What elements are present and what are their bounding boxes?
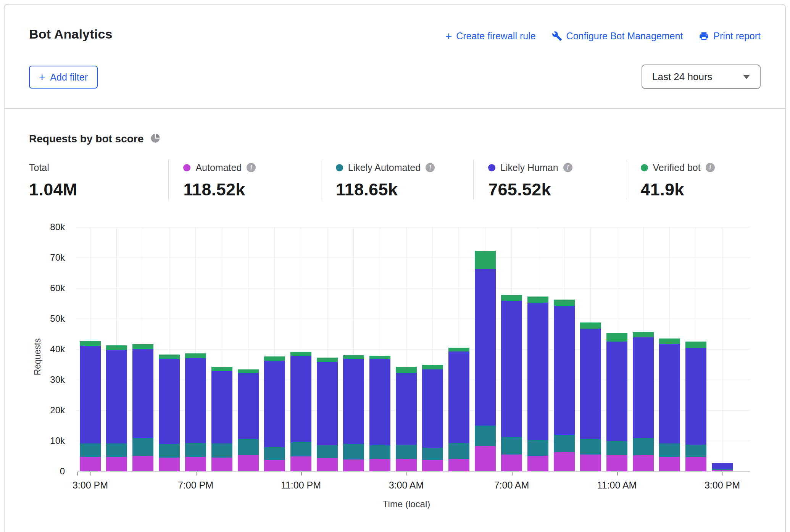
section-title: Requests by bot score [29, 133, 143, 145]
plus-icon: + [39, 73, 45, 82]
bar-slot [261, 227, 288, 471]
section-title-row: Requests by bot score [29, 132, 761, 145]
stacked-bar [211, 367, 232, 471]
stat-automated-label: Automated [195, 162, 242, 173]
bar-segment-likely-automated [554, 435, 575, 452]
stat-automated-value: 118.52k [183, 180, 321, 200]
bar-segment-likely-human [448, 351, 469, 443]
info-icon[interactable]: i [563, 163, 572, 172]
bar-slot [156, 227, 182, 471]
print-report-link[interactable]: Print report [699, 31, 761, 42]
bar-segment-likely-human [343, 359, 364, 444]
bar-segment-likely-automated [159, 444, 180, 458]
bar-segment-verified-bot [132, 344, 153, 349]
bar-segment-likely-human [606, 342, 627, 441]
bar-slot [709, 227, 735, 471]
bar-slot [130, 227, 156, 471]
page-title: Bot Analytics [29, 27, 113, 42]
bar-slot [182, 227, 209, 471]
bar-segment-likely-automated [501, 437, 522, 455]
bar-segment-automated [554, 452, 575, 471]
bar-slot [551, 227, 577, 471]
stacked-bar [185, 353, 206, 471]
info-icon[interactable]: i [426, 163, 435, 172]
bar-segment-automated [475, 446, 496, 471]
bar-slot [498, 227, 525, 471]
bar-slot [604, 227, 630, 471]
bar-segment-likely-human [527, 303, 548, 440]
info-icon[interactable]: i [247, 163, 256, 172]
bar-segment-likely-automated [185, 443, 206, 457]
bar-segment-likely-human [106, 350, 127, 443]
x-tick-label: 3:00 PM [73, 480, 108, 491]
y-tick-label: 50k [50, 314, 65, 324]
bar-segment-verified-bot [343, 355, 364, 359]
bar-segment-likely-human [317, 362, 338, 445]
bar-slot [630, 227, 656, 471]
bar-segment-verified-bot [554, 300, 575, 306]
bar-segment-likely-automated [238, 439, 259, 455]
bar-segment-likely-automated [580, 439, 601, 455]
y-tick-label: 80k [50, 222, 65, 232]
bar-slot [288, 227, 314, 471]
requests-by-bot-score-chart: Requests 010k20k30k40k50k60k70k80k 3:00 … [29, 227, 761, 517]
info-icon[interactable]: i [706, 163, 715, 172]
bar-segment-likely-automated [422, 448, 443, 459]
pie-chart-icon [150, 132, 161, 145]
stat-total: Total 1.04M [29, 160, 168, 200]
chevron-down-icon [743, 75, 750, 79]
bar-segment-likely-automated [475, 426, 496, 446]
bar-segment-automated [369, 459, 390, 471]
bar-slot [656, 227, 683, 471]
bar-slot [525, 227, 551, 471]
stacked-bar [80, 341, 101, 471]
stacked-bar [501, 295, 522, 471]
bar-segment-likely-human [633, 337, 654, 438]
automated-legend-dot [183, 164, 190, 171]
card-header: Bot Analytics + Create firewall rule Con… [5, 5, 785, 109]
bar-slot [577, 227, 604, 471]
bar-segment-likely-human [290, 356, 311, 442]
bar-segment-likely-human [554, 306, 575, 435]
bar-segment-automated [238, 455, 259, 471]
x-tick-label: 11:00 PM [281, 480, 321, 491]
bar-segment-likely-human [422, 369, 443, 448]
bar-segment-automated [159, 458, 180, 471]
bar-slots: 3:00 PM7:00 PM11:00 PM3:00 AM7:00 AM11:0… [77, 227, 735, 471]
stat-verified-bot: Verified bot i 41.9k [626, 160, 761, 200]
bar-slot [235, 227, 261, 471]
stat-likely-human-label: Likely Human [500, 162, 558, 173]
bar-segment-automated [712, 470, 733, 471]
x-tick-label: 11:00 AM [597, 480, 637, 491]
bar-segment-likely-human [396, 373, 417, 444]
bar-segment-verified-bot [396, 367, 417, 373]
x-tick-mark [617, 472, 618, 476]
bar-segment-verified-bot [290, 352, 311, 356]
bar-segment-likely-human [369, 359, 390, 445]
add-filter-button[interactable]: + Add filter [29, 66, 98, 89]
bar-segment-verified-bot [448, 348, 469, 351]
header-actions: + Create firewall rule Configure Bot Man… [445, 31, 761, 42]
bar-segment-automated [448, 459, 469, 471]
configure-bot-management-link[interactable]: Configure Bot Management [552, 31, 683, 42]
bar-segment-likely-human [185, 358, 206, 443]
bar-segment-automated [317, 458, 338, 471]
stacked-bar [290, 352, 311, 471]
bar-slot [367, 227, 393, 471]
bar-segment-verified-bot [633, 332, 654, 337]
y-tick-label: 70k [50, 253, 65, 263]
bar-segment-verified-bot [106, 345, 127, 350]
bar-slot [77, 227, 103, 471]
create-firewall-rule-link[interactable]: + Create firewall rule [445, 31, 536, 42]
plot-area: 3:00 PM7:00 PM11:00 PM3:00 AM7:00 AM11:0… [77, 227, 750, 471]
time-range-dropdown[interactable]: Last 24 hours [642, 64, 761, 89]
stacked-bar [317, 358, 338, 471]
bar-segment-likely-human [132, 349, 153, 438]
stat-total-label: Total [29, 162, 49, 173]
bar-segment-automated [580, 455, 601, 471]
bar-segment-verified-bot [659, 339, 680, 344]
bar-segment-verified-bot [422, 365, 443, 369]
create-firewall-rule-label: Create firewall rule [456, 31, 535, 42]
bar-slot [340, 227, 367, 471]
bar-slot [103, 227, 130, 471]
